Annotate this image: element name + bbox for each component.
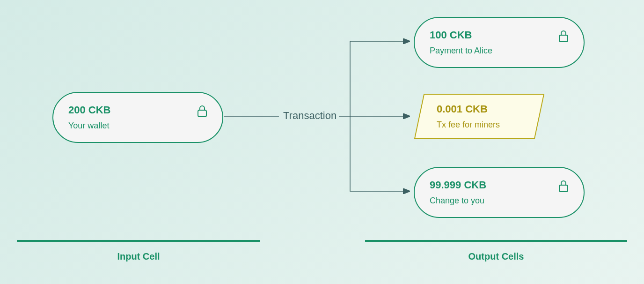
- input-divider: [17, 240, 260, 242]
- output-divider: [365, 240, 627, 242]
- diagram-canvas: 200 CKB Your wallet 100 CKB Payment to A…: [0, 0, 644, 284]
- input-section-label: Input Cell: [17, 251, 260, 262]
- output-section-label: Output Cells: [365, 251, 627, 262]
